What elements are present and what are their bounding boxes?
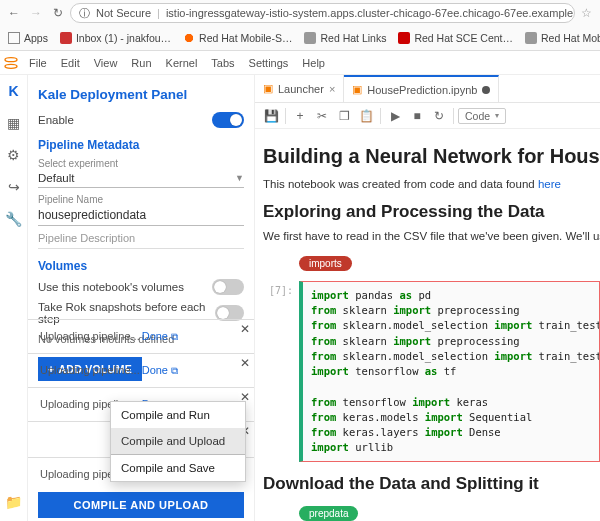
wrench-icon[interactable]: 🔧 bbox=[6, 211, 22, 227]
notebook-content: Building a Neural Network for House Pric… bbox=[255, 129, 600, 521]
notebook-heading: Download the Data and Splitting it bbox=[263, 474, 600, 494]
tab-launcher[interactable]: ▣ Launcher × bbox=[255, 75, 344, 102]
kale-icon[interactable]: K bbox=[6, 83, 22, 99]
info-icon: ⓘ bbox=[79, 6, 90, 21]
close-icon[interactable]: ✕ bbox=[240, 356, 250, 370]
pipeline-description-input[interactable]: Pipeline Description bbox=[38, 226, 244, 249]
url-text: istio-ingressgateway-istio-system.apps.c… bbox=[166, 7, 575, 19]
experiment-select[interactable]: Default▼ bbox=[38, 169, 244, 188]
compile-upload-option[interactable]: Compile and Upload bbox=[111, 428, 245, 455]
nav-reload[interactable]: ↻ bbox=[48, 3, 68, 23]
upload-row: Uploading pipeline...Done⧉ ✕ bbox=[28, 319, 254, 353]
menu-settings[interactable]: Settings bbox=[242, 57, 296, 69]
pipeline-name-input[interactable]: housepredictiondata bbox=[38, 205, 244, 226]
menu-help[interactable]: Help bbox=[295, 57, 332, 69]
section-volumes: Volumes bbox=[38, 259, 244, 273]
enable-toggle[interactable] bbox=[212, 112, 244, 128]
security-status: Not Secure bbox=[96, 7, 151, 19]
favorite-icon[interactable]: ☆ bbox=[577, 6, 596, 20]
notebook-paragraph: This notebook was created from code and … bbox=[263, 178, 600, 190]
jupyter-logo-icon bbox=[0, 55, 22, 71]
here-link[interactable]: here bbox=[538, 178, 561, 190]
notebook-paragraph: We first have to read in the CSV file th… bbox=[263, 230, 600, 242]
menu-view[interactable]: View bbox=[87, 57, 125, 69]
external-link-icon: ⧉ bbox=[171, 331, 178, 342]
compile-run-option[interactable]: Compile and Run bbox=[111, 402, 245, 428]
launcher-icon: ▣ bbox=[263, 82, 273, 95]
apps-button[interactable]: Apps bbox=[4, 32, 52, 44]
stop-icon[interactable]: ■ bbox=[407, 109, 427, 123]
settings-icon[interactable]: ⚙ bbox=[6, 147, 22, 163]
run-icon[interactable]: ▶ bbox=[385, 109, 405, 123]
notebook-heading: Building a Neural Network for House Pric… bbox=[263, 145, 600, 168]
external-link-icon: ⧉ bbox=[171, 365, 178, 376]
bookmark-folder[interactable]: Red Hat Links bbox=[300, 32, 390, 44]
url-bar[interactable]: ⓘ Not Secure | istio-ingressgateway-isti… bbox=[70, 3, 575, 23]
dirty-dot-icon bbox=[482, 86, 490, 94]
paste-icon[interactable]: 📋 bbox=[356, 109, 376, 123]
bookmarks-bar: Apps Inbox (1) - jnakfou… Red Hat Mobile… bbox=[0, 26, 600, 50]
left-rail: K ▦ ⚙ ↪ 🔧 📁 bbox=[0, 75, 28, 521]
tab-notebook[interactable]: ▣ HousePrediction.ipynb bbox=[344, 75, 499, 102]
menu-tabs[interactable]: Tabs bbox=[204, 57, 241, 69]
cell-tag-pill: imports bbox=[299, 256, 352, 271]
bookmark-item[interactable]: Inbox (1) - jnakfou… bbox=[56, 32, 175, 44]
table-icon[interactable]: ▦ bbox=[6, 115, 22, 131]
svg-point-1 bbox=[5, 64, 17, 68]
upload-row: Uploading pipeline...Done⧉ ✕ bbox=[28, 353, 254, 387]
jupyter-menubar: File Edit View Run Kernel Tabs Settings … bbox=[0, 51, 600, 75]
use-notebook-volumes-toggle[interactable] bbox=[212, 279, 244, 295]
svg-point-0 bbox=[5, 57, 17, 61]
nav-back[interactable]: ← bbox=[4, 3, 24, 23]
menu-kernel[interactable]: Kernel bbox=[159, 57, 205, 69]
pipeline-name-label: Pipeline Name bbox=[38, 194, 244, 205]
compile-dropdown: Compile and Run Compile and Upload Compi… bbox=[110, 401, 246, 482]
nav-fwd: → bbox=[26, 3, 46, 23]
cut-icon[interactable]: ✂ bbox=[312, 109, 332, 123]
bookmark-item[interactable]: Red Hat SCE Cent… bbox=[394, 32, 517, 44]
notebook-heading: Exploring and Processing the Data bbox=[263, 202, 600, 222]
notebook-toolbar: 💾 + ✂ ❐ 📋 ▶ ■ ↻ Code▾ bbox=[255, 103, 600, 129]
tab-bar: ▣ Launcher × ▣ HousePrediction.ipynb bbox=[255, 75, 600, 103]
bookmark-folder[interactable]: Red Hat Mobile-F… bbox=[521, 32, 600, 44]
save-icon[interactable]: 💾 bbox=[261, 109, 281, 123]
section-metadata: Pipeline Metadata bbox=[38, 138, 244, 152]
enable-label: Enable bbox=[38, 114, 74, 126]
folder-icon[interactable]: 📁 bbox=[6, 494, 22, 510]
done-link[interactable]: Done⧉ bbox=[142, 364, 178, 376]
share-icon[interactable]: ↪ bbox=[6, 179, 22, 195]
close-icon[interactable]: × bbox=[329, 83, 335, 95]
notebook-icon: ▣ bbox=[352, 83, 362, 96]
compile-save-option[interactable]: Compile and Save bbox=[111, 455, 245, 481]
kale-panel: Kale Deployment Panel Enable Pipeline Me… bbox=[28, 75, 255, 521]
panel-title: Kale Deployment Panel bbox=[38, 87, 244, 102]
cell-prompt: [7]: bbox=[263, 281, 299, 462]
compile-upload-button[interactable]: COMPILE AND UPLOAD bbox=[38, 492, 244, 518]
restart-icon[interactable]: ↻ bbox=[429, 109, 449, 123]
copy-icon[interactable]: ❐ bbox=[334, 109, 354, 123]
use-notebook-volumes-label: Use this notebook's volumes bbox=[38, 281, 184, 293]
menu-file[interactable]: File bbox=[22, 57, 54, 69]
select-experiment-label: Select experiment bbox=[38, 158, 244, 169]
close-icon[interactable]: ✕ bbox=[240, 322, 250, 336]
code-cell[interactable]: import pandas as pd from sklearn import … bbox=[299, 281, 600, 462]
cell-tag-pill: prepdata bbox=[299, 506, 358, 521]
cell-type-select[interactable]: Code▾ bbox=[458, 108, 506, 124]
bookmark-item[interactable]: Red Hat Mobile-S… bbox=[179, 32, 296, 44]
menu-run[interactable]: Run bbox=[124, 57, 158, 69]
menu-edit[interactable]: Edit bbox=[54, 57, 87, 69]
add-cell-icon[interactable]: + bbox=[290, 109, 310, 123]
done-link[interactable]: Done⧉ bbox=[142, 330, 178, 342]
